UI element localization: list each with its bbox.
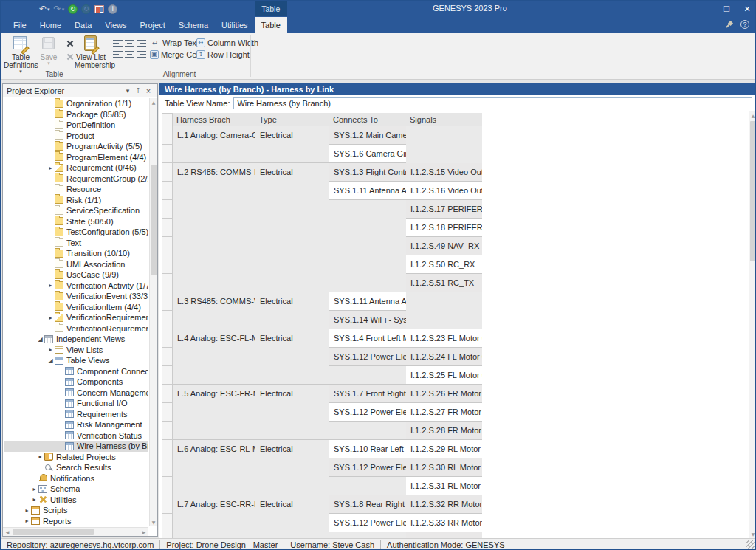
row-header-stub[interactable] bbox=[162, 329, 173, 348]
tree-item-resource[interactable]: Resource bbox=[4, 184, 148, 195]
type-cell[interactable]: Electrical bbox=[255, 440, 329, 453]
tree-item-testconfiguration[interactable]: TestConfiguration (5/5) bbox=[4, 227, 148, 238]
tree-item-state[interactable]: State (50/50) bbox=[4, 216, 148, 227]
type-cell[interactable]: Electrical bbox=[255, 163, 329, 176]
branch-cell[interactable]: L.3 RS485: COMMS-WIFI bbox=[173, 292, 255, 306]
tree-item-requirement[interactable]: ▸Requirement (0/46) bbox=[4, 162, 148, 173]
signal-cell[interactable]: I.1.2.S.31 RL Motor Contr... bbox=[406, 477, 482, 495]
ribbon-tab-utilities[interactable]: Utilities bbox=[215, 17, 254, 33]
tree-item-component-connections[interactable]: Component Connections bbox=[4, 366, 148, 377]
tree-item-programactivity[interactable]: ProgramActivity (5/5) bbox=[4, 141, 148, 152]
signal-cell[interactable]: I.1.2.S.25 FL Motor Contr... bbox=[406, 366, 482, 385]
type-cell[interactable]: Electrical bbox=[255, 329, 329, 343]
row-header-stub[interactable] bbox=[162, 237, 173, 255]
row-header-stub[interactable] bbox=[162, 292, 173, 311]
connects-to-cell[interactable]: SYS.1.11 Antenna Array bbox=[329, 182, 406, 200]
expanded-arrow-icon[interactable]: ◢ bbox=[36, 336, 44, 343]
connects-to-cell[interactable]: SYS.1.12 Power Electronics bbox=[329, 403, 406, 422]
scrollbar-thumb[interactable] bbox=[750, 121, 756, 261]
tree-item-risk[interactable]: Risk (1/1) bbox=[4, 195, 148, 206]
connects-to-cell[interactable]: SYS.1.12 Power Electronics bbox=[329, 514, 406, 532]
ribbon-tab-project[interactable]: Project bbox=[133, 17, 171, 33]
tree-item-utilities[interactable]: ▸Utilities bbox=[4, 495, 148, 506]
close-button[interactable]: ✕ bbox=[742, 4, 752, 14]
signal-cell[interactable]: I.1.2.S.51 RC_TX bbox=[406, 274, 482, 292]
table-definitions-button[interactable]: Table Definitions ▾ bbox=[4, 35, 38, 74]
table-view-name-input[interactable] bbox=[233, 97, 752, 109]
tree-item-related-projects[interactable]: ▸Related Projects bbox=[4, 452, 148, 463]
column-header-type[interactable]: Type bbox=[259, 115, 277, 124]
tree-item-verification-activity[interactable]: ▸Verification Activity (1/72) bbox=[4, 281, 148, 292]
scroll-down-icon[interactable]: ▼ bbox=[150, 518, 157, 526]
tree-item-view-lists[interactable]: ▸View Lists bbox=[4, 345, 148, 356]
row-header-stub[interactable] bbox=[162, 458, 173, 477]
row-header-stub[interactable] bbox=[162, 422, 173, 440]
tree-item-servicespecification[interactable]: ServiceSpecification bbox=[4, 205, 148, 216]
tree-item-wire-harness-by-branch-[interactable]: Wire Harness (by Branch) bbox=[4, 441, 148, 452]
ribbon-tab-data[interactable]: Data bbox=[68, 17, 98, 33]
tree-item-concern-management[interactable]: Concern Management bbox=[4, 388, 148, 399]
type-cell[interactable]: Electrical bbox=[255, 385, 329, 398]
resize-grip[interactable] bbox=[746, 540, 755, 549]
tree-item-verificationrequirement[interactable]: ▸VerificationRequirement (0/57) bbox=[4, 312, 148, 323]
tree-item-portdefinition[interactable]: PortDefinition bbox=[4, 120, 148, 131]
tree-item-reports[interactable]: ▸Reports bbox=[4, 516, 148, 527]
signal-cell[interactable]: I.1.2.S.27 FR Motor Contr... bbox=[406, 403, 482, 422]
tree-item-programelement[interactable]: ProgramElement (4/4) bbox=[4, 152, 148, 163]
signal-cell[interactable]: I.1.2.S.49 NAV_RX bbox=[406, 237, 482, 255]
signal-cell[interactable]: I.1.2.S.29 RL Motor Contr... bbox=[406, 440, 482, 458]
tree-item-independent-views[interactable]: ◢Independent Views bbox=[4, 334, 148, 345]
signal-cell[interactable]: I.1.2.S.24 FL Motor Contr... bbox=[406, 348, 482, 366]
tree-item-verification-status[interactable]: Verification Status bbox=[4, 430, 148, 441]
branch-cell[interactable]: L.7 Analog: ESC-RR-MOT... bbox=[173, 495, 255, 509]
signal-cell[interactable]: I.1.2.S.30 RL Motor Contr... bbox=[406, 458, 482, 477]
close-icon[interactable]: × bbox=[143, 86, 154, 95]
tree-horizontal-scrollbar[interactable]: ◀ ▶ bbox=[3, 527, 148, 536]
ribbon-tab-table[interactable]: Table bbox=[255, 17, 287, 33]
connects-to-cell[interactable]: SYS.1.6 Camera Gimbal bbox=[329, 145, 406, 163]
align-left-button[interactable] bbox=[112, 38, 123, 49]
save-button[interactable]: Save ▾ bbox=[36, 35, 61, 66]
tree-item-product[interactable]: Product bbox=[4, 131, 148, 142]
collapsed-arrow-icon[interactable]: ▸ bbox=[30, 486, 38, 492]
ribbon-tab-schema[interactable]: Schema bbox=[172, 17, 215, 33]
column-header-harness-brach[interactable]: Harness Brach bbox=[176, 115, 230, 124]
connects-to-cell[interactable]: SYS.1.4 Front Left Motor bbox=[329, 329, 406, 348]
info-icon[interactable]: i bbox=[108, 4, 117, 14]
signal-cell[interactable]: I.1.2.S.50 RC_RX bbox=[406, 255, 482, 274]
row-header-stub[interactable] bbox=[162, 163, 173, 182]
row-header-stub[interactable] bbox=[162, 126, 173, 145]
scroll-up-icon[interactable]: ▲ bbox=[150, 98, 157, 106]
tree-item-umlassociation[interactable]: UMLAssociation bbox=[4, 259, 148, 270]
row-header-stub[interactable] bbox=[162, 366, 173, 385]
connects-to-cell[interactable]: SYS.1.3 Flight Controller bbox=[329, 163, 406, 182]
valign-middle-button[interactable] bbox=[124, 49, 135, 60]
tree-item-functional-i-o[interactable]: Functional I/O bbox=[4, 398, 148, 409]
tree-item-verificationrequirementgroup[interactable]: VerificationRequirementGroup bbox=[4, 323, 148, 334]
report-icon[interactable] bbox=[94, 5, 104, 13]
branch-cell[interactable]: L.6 Analog: ESC-RL-MOT... bbox=[173, 440, 255, 453]
tree-item-verificationitem[interactable]: VerificationItem (4/4) bbox=[4, 302, 148, 313]
table-vertical-scrollbar[interactable]: ▲ ▼ bbox=[749, 111, 756, 538]
branch-cell[interactable]: L.2 RS485: COMMS-MCU bbox=[173, 163, 255, 176]
signal-cell[interactable]: I.1.2.S.34 RR Motor Cont... bbox=[406, 532, 482, 538]
align-right-button[interactable] bbox=[136, 38, 147, 49]
signal-cell[interactable]: I.1.2.S.18 PERIFERRAL V+ bbox=[406, 219, 482, 237]
tree-item-table-views[interactable]: ◢Table Views bbox=[4, 355, 148, 366]
collapsed-arrow-icon[interactable]: ▸ bbox=[47, 282, 55, 289]
scroll-down-icon[interactable]: ▼ bbox=[749, 530, 756, 538]
branch-cell[interactable]: L.5 Analog: ESC-FR-MOT... bbox=[173, 385, 255, 398]
connects-to-cell[interactable]: SYS.1.12 Power Electronics bbox=[329, 348, 406, 366]
row-header-stub[interactable] bbox=[162, 200, 173, 219]
row-header-stub[interactable] bbox=[162, 145, 173, 163]
undo-icon[interactable]: ↶▾ bbox=[39, 4, 50, 13]
signal-cell[interactable]: I.1.2.S.16 Video Out 2 bbox=[406, 182, 482, 200]
pin-ribbon-icon[interactable] bbox=[725, 21, 733, 29]
branch-cell[interactable]: L.4 Analog: ESC-FL-MOT... bbox=[173, 329, 255, 343]
row-header-stub[interactable] bbox=[162, 495, 173, 514]
table-corner-cell[interactable] bbox=[162, 113, 173, 126]
dropdown-icon[interactable]: ▾ bbox=[123, 87, 133, 94]
tree-item-requirementgroup[interactable]: RequirementGroup (2/2) bbox=[4, 173, 148, 185]
connects-to-cell[interactable]: SYS.1.11 Antenna Array bbox=[329, 292, 406, 311]
signal-cell[interactable]: I.1.2.S.15 Video Out 1 bbox=[406, 163, 482, 182]
